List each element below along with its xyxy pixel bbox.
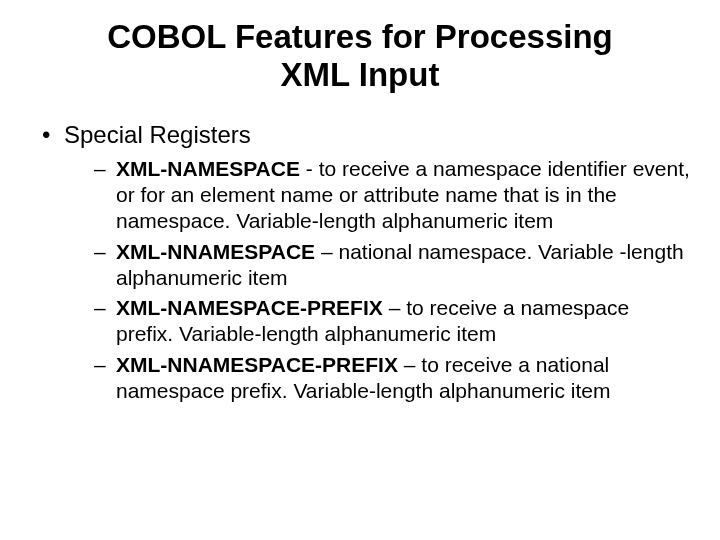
list-item: XML-NNAMESPACE-PREFIX – to receive a nat… [94,352,690,405]
register-term: XML-NAMESPACE [116,157,300,180]
register-term: XML-NAMESPACE-PREFIX [116,296,383,319]
list-item: Special Registers XML-NAMESPACE - to rec… [38,120,690,404]
list-item: XML-NAMESPACE-PREFIX – to receive a name… [94,295,690,348]
register-term: XML-NNAMESPACE-PREFIX [116,353,398,376]
register-term: XML-NNAMESPACE [116,240,315,263]
section-label: Special Registers [64,121,251,148]
bullet-list-level1: Special Registers XML-NAMESPACE - to rec… [38,120,690,404]
separator: – [398,353,421,376]
separator: – [315,240,338,263]
slide: COBOL Features for Processing XML Input … [0,0,720,540]
separator: – [383,296,406,319]
bullet-list-level2: XML-NAMESPACE - to receive a namespace i… [94,156,690,404]
separator: - [300,157,319,180]
slide-title: COBOL Features for Processing XML Input [70,18,650,94]
list-item: XML-NAMESPACE - to receive a namespace i… [94,156,690,235]
list-item: XML-NNAMESPACE – national namespace. Var… [94,239,690,292]
